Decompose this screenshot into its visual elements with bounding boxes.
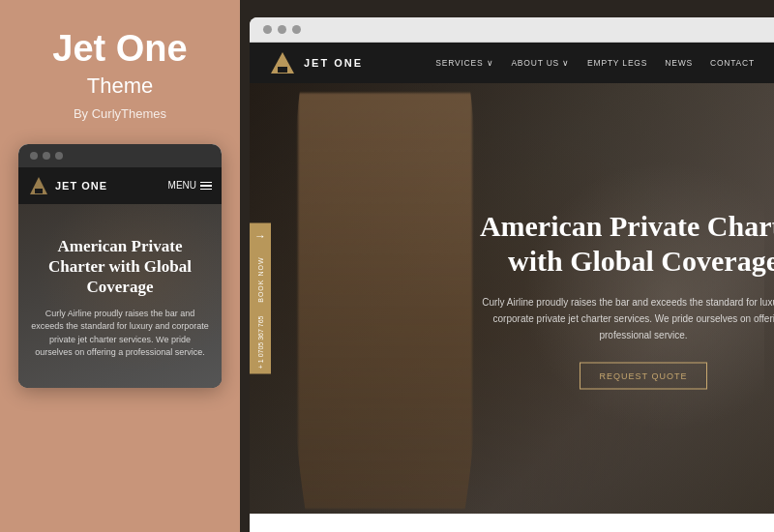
mobile-hero-title: American Private Charter with Global Cov… [30,236,210,298]
theme-subtitle: Theme [87,74,153,99]
desktop-logo-text: JET ONE [304,57,363,69]
desktop-hero: → BOOK NOW + 1 0705 367 765 American Pri… [250,83,774,514]
hamburger-icon [200,182,212,191]
mobile-hero-content: American Private Charter with Global Cov… [30,236,210,360]
browser-dot-2 [278,25,286,34]
side-tab: → BOOK NOW + 1 0705 367 765 [250,222,271,374]
side-tab-book-now[interactable]: BOOK NOW [257,249,264,310]
mobile-logo-area: JET ONE [28,175,107,196]
mobile-nav: JET ONE MENU [18,167,222,204]
mobile-browser-bar [18,144,222,167]
mobile-dot-2 [43,152,50,160]
theme-by: By CurlyThemes [74,106,166,121]
mobile-menu-button[interactable]: MENU [168,180,212,191]
nav-link-services[interactable]: SERVICES ∨ [435,58,493,68]
desktop-hero-title: American Private Charter with Global Cov… [479,208,774,278]
desktop-nav-links: SERVICES ∨ ABOUT US ∨ EMPTY LEGS NEWS CO… [435,58,755,68]
hamburger-line-1 [200,182,212,184]
desktop-logo-icon [269,49,296,76]
theme-title: Jet One [52,29,187,70]
desktop-hero-text: Curly Airline proudly raises the bar and… [479,293,774,342]
nav-link-news[interactable]: NEWS [665,58,693,68]
mobile-logo-icon [28,175,49,196]
desktop-logo-area: JET ONE [269,49,363,76]
left-panel: Jet One Theme By CurlyThemes JET ONE MEN… [0,0,240,532]
hamburger-line-3 [200,189,212,191]
person-silhouette [298,93,472,509]
mobile-hero: American Private Charter with Global Cov… [18,204,222,388]
nav-link-empty-legs[interactable]: EMPTY LEGS [587,58,647,68]
nav-link-contact[interactable]: CONTACT [710,58,755,68]
mobile-logo-text: JET ONE [55,180,107,192]
side-tab-phone: + 1 0705 367 765 [257,310,264,374]
desktop-nav: JET ONE SERVICES ∨ ABOUT US ∨ EMPTY LEGS… [250,43,774,83]
side-tab-arrow: → [254,222,266,249]
svg-rect-1 [35,189,43,193]
nav-link-about[interactable]: ABOUT US ∨ [511,58,570,68]
desktop-browser-bar [250,17,774,43]
mobile-preview: JET ONE MENU American Private Charter wi… [18,144,222,388]
menu-label: MENU [168,180,196,191]
browser-dot-3 [292,25,301,34]
desktop-preview: JET ONE SERVICES ∨ ABOUT US ∨ EMPTY LEGS… [250,17,774,532]
browser-dot-1 [263,25,272,34]
mobile-hero-text: Curly Airline proudly raises the bar and… [30,308,210,360]
hamburger-line-2 [200,185,212,187]
mobile-dot-3 [55,152,63,160]
desktop-hero-content: American Private Charter with Global Cov… [479,208,774,389]
mobile-dot-1 [30,152,38,160]
right-panel: JET ONE SERVICES ∨ ABOUT US ∨ EMPTY LEGS… [240,0,774,532]
request-quote-button[interactable]: REQUEST QUOTE [580,362,708,389]
svg-rect-3 [278,67,287,73]
